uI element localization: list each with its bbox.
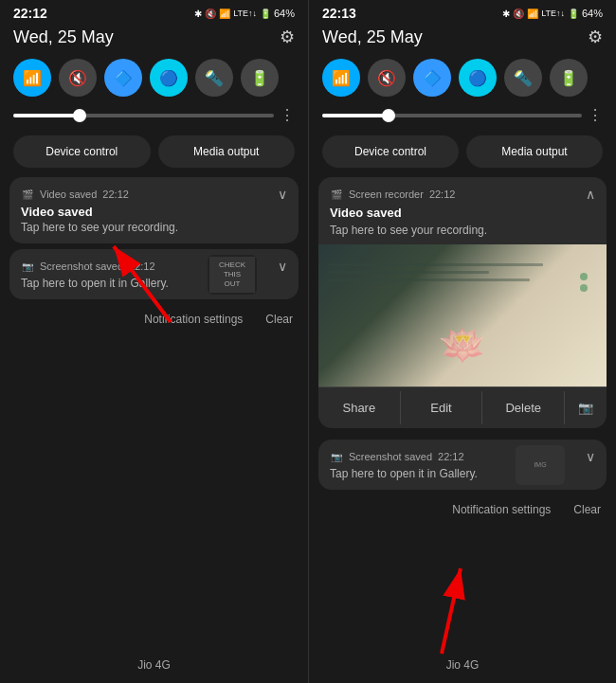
media-output-btn-left[interactable]: Media output xyxy=(158,135,296,168)
carrier-left: Jio 4G xyxy=(137,658,171,672)
expanded-notif-header: 🎬 Screen recorder 22:12 ∧ xyxy=(318,177,607,206)
bt-toggle-right[interactable]: 🔷 xyxy=(413,59,451,97)
brightness-bar-left[interactable] xyxy=(13,114,274,117)
brightness-fill-left xyxy=(13,114,79,117)
expanded-chevron[interactable]: ∧ xyxy=(586,187,595,202)
screenshot-notif-chevron[interactable]: ∨ xyxy=(278,259,287,274)
screenshot-notif[interactable]: 📷 Screenshot saved 22:12 ∨ Tap here to o… xyxy=(9,249,299,299)
expanded-app-time: 22:12 xyxy=(429,189,456,200)
battery-toggle-right[interactable]: 🔋 xyxy=(550,59,588,97)
clear-btn-right[interactable]: Clear xyxy=(570,501,605,518)
brightness-bar-right[interactable] xyxy=(322,114,582,117)
screenshot-notif-right[interactable]: 📷 Screenshot saved 22:12 ∨ Tap here to o… xyxy=(318,440,607,490)
screenshot-app-right: Screenshot saved xyxy=(349,451,432,462)
notifications-left: 🎬 Video saved 22:12 ∨ Video saved Tap he… xyxy=(0,177,308,651)
video-preview-image: 🪷 xyxy=(318,244,607,386)
brightness-thumb-right xyxy=(382,109,395,122)
preview-lines xyxy=(328,263,597,286)
mute-toggle-right[interactable]: 🔇 xyxy=(368,59,406,97)
notifications-right: 🎬 Screen recorder 22:12 ∧ Video saved Ta… xyxy=(309,177,616,651)
torch-toggle-right[interactable]: 🔦 xyxy=(504,59,542,97)
brightness-thumb-left xyxy=(73,109,86,122)
preview-line-1 xyxy=(328,263,543,266)
wifi-toggle-right[interactable]: 📶 xyxy=(322,59,360,97)
screenshot-time-right: 22:12 xyxy=(438,451,464,462)
status-icons-right: ✱ 🔇 📶 LTE↑↓ 🔋 64% xyxy=(502,8,603,19)
device-control-btn-right[interactable]: Device control xyxy=(322,135,459,168)
expanded-app-info: 🎬 Screen recorder 22:12 xyxy=(330,188,455,201)
camera-action-btn[interactable]: 📷 xyxy=(565,391,607,424)
left-panel: 22:12 ✱ 🔇 📶 LTE↑↓ 🔋 64% Wed, 25 May ⚙ 📶 … xyxy=(0,0,308,683)
preview-line-3 xyxy=(328,279,530,281)
torch-toggle-left[interactable]: 🔦 xyxy=(195,59,233,97)
preview-lotus-icon: 🪷 xyxy=(439,323,486,368)
wifi-icon-right: 📶 xyxy=(527,9,538,19)
brightness-row-left[interactable]: ⋮ xyxy=(0,104,308,132)
date-left: Wed, 25 May xyxy=(13,27,114,47)
bt-toggle-left[interactable]: 🔷 xyxy=(104,59,142,97)
battery-icon-right: 🔋 xyxy=(568,9,579,19)
data-toggle-left[interactable]: 🔵 xyxy=(150,59,188,97)
battery-pct: 64% xyxy=(274,8,295,19)
preview-dot-2 xyxy=(580,284,588,292)
bottom-bar-right: Jio 4G xyxy=(309,651,616,683)
settings-icon-right[interactable]: ⚙ xyxy=(588,27,603,47)
delete-btn[interactable]: Delete xyxy=(482,391,565,424)
expanded-body: Tap here to see your recording. xyxy=(318,224,607,244)
brightness-dots-right[interactable]: ⋮ xyxy=(588,106,603,124)
bt-icon: ✱ xyxy=(194,9,202,19)
screenshot-icon-right: 📷 xyxy=(330,450,343,463)
lte-icon: LTE↑↓ xyxy=(233,9,257,18)
screen-recorder-notif-expanded[interactable]: 🎬 Screen recorder 22:12 ∧ Video saved Ta… xyxy=(318,177,607,428)
screenshot-app-info-right: 📷 Screenshot saved 22:12 xyxy=(330,450,464,463)
settings-icon-left[interactable]: ⚙ xyxy=(280,27,295,47)
date-row-left: Wed, 25 May ⚙ xyxy=(0,25,308,55)
video-notif-header: 🎬 Video saved 22:12 ∨ xyxy=(21,187,287,202)
time-left: 22:12 xyxy=(13,6,47,21)
screenshot-app-info: 📷 Screenshot saved 22:12 xyxy=(21,260,155,273)
notification-settings-btn-right[interactable]: Notification settings xyxy=(448,501,554,518)
vol-icon-right: 🔇 xyxy=(513,9,524,19)
share-btn[interactable]: Share xyxy=(318,391,401,424)
status-icons-left: ✱ 🔇 📶 LTE↑↓ 🔋 64% xyxy=(194,8,295,19)
mute-toggle-left[interactable]: 🔇 xyxy=(59,59,97,97)
quick-toggles-left: 📶 🔇 🔷 🔵 🔦 🔋 xyxy=(0,55,308,104)
brightness-dots-left[interactable]: ⋮ xyxy=(280,106,295,124)
device-control-btn-left[interactable]: Device control xyxy=(13,135,151,168)
right-panel: 22:13 ✱ 🔇 📶 LTE↑↓ 🔋 64% Wed, 25 May ⚙ 📶 … xyxy=(308,0,616,683)
battery-toggle-left[interactable]: 🔋 xyxy=(241,59,279,97)
video-notif-body: Tap here to see your recording. xyxy=(21,221,287,234)
status-bar-left: 22:12 ✱ 🔇 📶 LTE↑↓ 🔋 64% xyxy=(0,0,308,25)
data-toggle-right[interactable]: 🔵 xyxy=(459,59,497,97)
bottom-bar-left: Jio 4G xyxy=(0,651,308,683)
notif-actions-right: Notification settings Clear xyxy=(318,495,607,520)
video-notif-title: Video saved xyxy=(21,205,287,219)
screenshot-thumbnail: CHECK THIS OUT xyxy=(208,255,257,295)
video-notif-time: 22:12 xyxy=(102,189,129,200)
video-app-info: 🎬 Video saved 22:12 xyxy=(21,188,129,201)
clear-btn-left[interactable]: Clear xyxy=(262,311,297,328)
video-notif-chevron[interactable]: ∨ xyxy=(278,187,287,202)
preview-line-2 xyxy=(328,271,489,274)
battery-pct-right: 64% xyxy=(582,8,603,19)
edit-btn[interactable]: Edit xyxy=(401,391,483,424)
media-output-btn-right[interactable]: Media output xyxy=(466,135,603,168)
status-bar-right: 22:13 ✱ 🔇 📶 LTE↑↓ 🔋 64% xyxy=(309,0,616,25)
screenshot-thumbnail-right: IMG xyxy=(516,445,565,485)
date-right: Wed, 25 May xyxy=(322,27,423,47)
control-buttons-left: Device control Media output xyxy=(0,132,308,177)
notification-settings-btn-left[interactable]: Notification settings xyxy=(140,311,246,328)
date-row-right: Wed, 25 May ⚙ xyxy=(309,25,616,55)
screenshot-notif-app: Screenshot saved xyxy=(40,261,123,272)
video-saved-notif[interactable]: 🎬 Video saved 22:12 ∨ Video saved Tap he… xyxy=(9,177,299,243)
expanded-actions: Share Edit Delete 📷 xyxy=(318,386,607,428)
wifi-icon: 📶 xyxy=(219,9,230,19)
time-right: 22:13 xyxy=(322,6,356,21)
brightness-row-right[interactable]: ⋮ xyxy=(309,104,616,132)
screen-recorder-icon: 🎬 xyxy=(330,188,343,201)
video-notif-app: Video saved xyxy=(40,189,97,200)
video-app-icon: 🎬 xyxy=(21,188,34,201)
screenshot-chevron-right[interactable]: ∨ xyxy=(586,449,595,464)
notif-actions-left: Notification settings Clear xyxy=(9,305,299,330)
wifi-toggle-left[interactable]: 📶 xyxy=(13,59,51,97)
